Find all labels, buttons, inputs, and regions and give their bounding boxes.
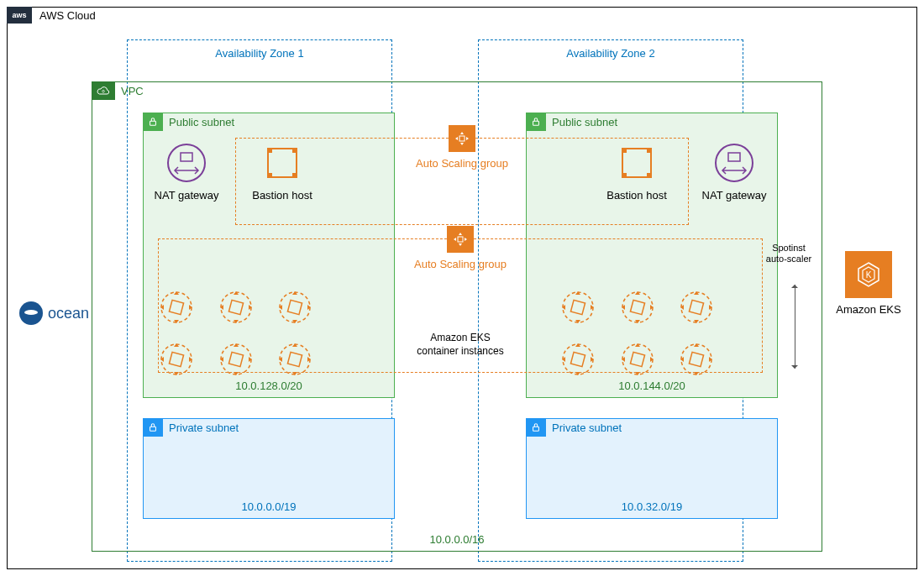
private-subnet-1: Private subnet 10.0.0.0/19 bbox=[143, 418, 395, 519]
ocean-product: ocean bbox=[19, 301, 89, 325]
az1-label: Availability Zone 1 bbox=[128, 47, 391, 60]
auto-scaling-group-eks: Auto Scaling group Amazon EKScontainer i… bbox=[158, 238, 763, 373]
asg-eks-label: Auto Scaling group bbox=[414, 258, 507, 270]
public-subnet-1-label: Public subnet bbox=[169, 116, 234, 128]
aws-logo-text: aws bbox=[12, 11, 26, 19]
svg-rect-21 bbox=[533, 121, 539, 125]
eks-product-label: Amazon EKS bbox=[831, 303, 906, 316]
lock-icon bbox=[526, 113, 546, 131]
private-subnet-2: Private subnet 10.0.32.0/19 bbox=[526, 418, 778, 519]
aws-cloud-label: AWS Cloud bbox=[39, 9, 96, 22]
lock-icon bbox=[526, 418, 546, 437]
public-subnet-2-label: Public subnet bbox=[552, 116, 617, 128]
lock-icon bbox=[143, 418, 163, 437]
auto-scaling-icon bbox=[447, 226, 474, 253]
svg-rect-44 bbox=[458, 237, 463, 242]
svg-point-22 bbox=[716, 144, 753, 181]
vpc-label: VPC bbox=[121, 85, 144, 97]
nat-gateway-2: NAT gateway bbox=[696, 142, 772, 202]
spotinst-label: Spotinst auto-scaler bbox=[765, 243, 812, 264]
svg-rect-42 bbox=[533, 427, 539, 431]
svg-text:K: K bbox=[866, 270, 872, 280]
public-subnet-1-cidr: 10.0.128.0/20 bbox=[235, 380, 302, 392]
public-subnet-2-cidr: 10.0.144.0/20 bbox=[618, 380, 685, 392]
nat-gateway-2-label: NAT gateway bbox=[696, 189, 772, 202]
private-subnet-2-cidr: 10.0.32.0/19 bbox=[622, 500, 682, 513]
auto-scaling-icon bbox=[449, 125, 475, 152]
ocean-icon bbox=[19, 301, 43, 325]
az2-label: Availability Zone 2 bbox=[479, 47, 743, 60]
auto-scaling-group-bastion: Auto Scaling group bbox=[235, 138, 689, 225]
private-subnet-2-label: Private subnet bbox=[552, 422, 622, 434]
svg-point-2 bbox=[168, 144, 205, 181]
svg-rect-41 bbox=[150, 427, 156, 431]
vpc-cidr: 10.0.0.0/16 bbox=[429, 533, 484, 546]
vpc-container: VPC 10.0.0.0/16 Public subnet 10.0.128.0… bbox=[92, 81, 822, 552]
private-subnet-1-cidr: 10.0.0.0/19 bbox=[241, 500, 296, 513]
amazon-eks: K Amazon EKS bbox=[831, 251, 906, 316]
nat-gateway-1-label: NAT gateway bbox=[149, 189, 224, 202]
svg-rect-43 bbox=[459, 136, 465, 141]
lock-icon bbox=[143, 113, 163, 131]
eks-icon: K bbox=[845, 251, 892, 298]
nat-gateway-icon bbox=[165, 142, 207, 184]
aws-logo-badge: aws bbox=[7, 7, 32, 24]
eks-instances-label: Amazon EKScontainer instances bbox=[417, 332, 503, 358]
vpc-icon bbox=[92, 81, 115, 100]
asg-bastion-label: Auto Scaling group bbox=[416, 157, 508, 170]
svg-rect-23 bbox=[728, 153, 740, 161]
aws-cloud-container: aws AWS Cloud Availability Zone 1 Availa… bbox=[7, 7, 917, 569]
svg-point-0 bbox=[102, 90, 105, 92]
ocean-label: ocean bbox=[48, 305, 89, 322]
private-subnet-1-label: Private subnet bbox=[169, 422, 239, 434]
svg-rect-3 bbox=[181, 153, 192, 161]
nat-gateway-icon bbox=[713, 142, 755, 184]
nat-gateway-1: NAT gateway bbox=[149, 142, 224, 202]
svg-rect-1 bbox=[150, 121, 156, 125]
autoscaler-arrow bbox=[795, 285, 795, 369]
